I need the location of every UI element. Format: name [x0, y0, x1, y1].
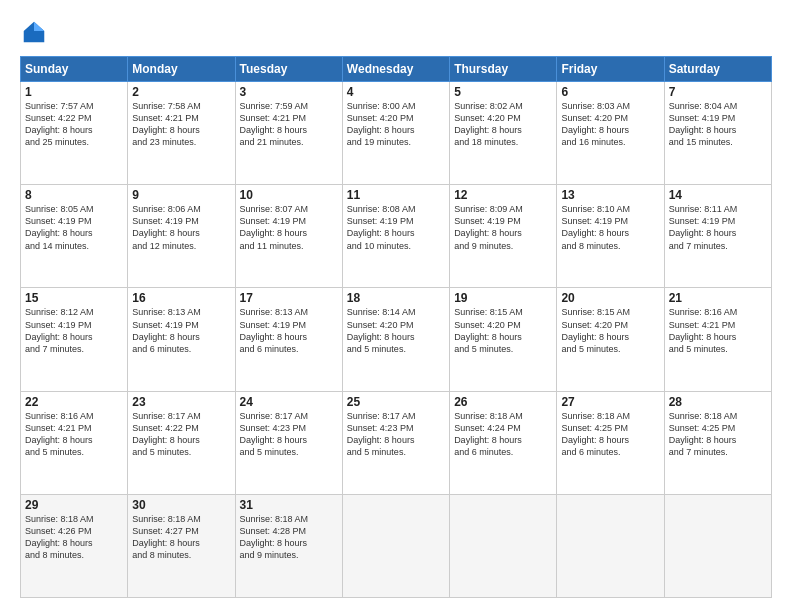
day-info: Sunrise: 8:16 AMSunset: 4:21 PMDaylight:…	[25, 410, 123, 459]
calendar-cell: 19Sunrise: 8:15 AMSunset: 4:20 PMDayligh…	[450, 288, 557, 391]
day-info: Sunrise: 8:17 AMSunset: 4:23 PMDaylight:…	[240, 410, 338, 459]
day-number: 8	[25, 188, 123, 202]
day-info: Sunrise: 8:02 AMSunset: 4:20 PMDaylight:…	[454, 100, 552, 149]
calendar-week-3: 15Sunrise: 8:12 AMSunset: 4:19 PMDayligh…	[21, 288, 772, 391]
day-number: 5	[454, 85, 552, 99]
day-number: 28	[669, 395, 767, 409]
calendar-header-wednesday: Wednesday	[342, 57, 449, 82]
day-number: 3	[240, 85, 338, 99]
day-number: 18	[347, 291, 445, 305]
calendar-cell: 27Sunrise: 8:18 AMSunset: 4:25 PMDayligh…	[557, 391, 664, 494]
calendar-cell: 15Sunrise: 8:12 AMSunset: 4:19 PMDayligh…	[21, 288, 128, 391]
day-info: Sunrise: 8:14 AMSunset: 4:20 PMDaylight:…	[347, 306, 445, 355]
day-number: 21	[669, 291, 767, 305]
day-number: 29	[25, 498, 123, 512]
calendar-cell: 16Sunrise: 8:13 AMSunset: 4:19 PMDayligh…	[128, 288, 235, 391]
calendar-cell: 30Sunrise: 8:18 AMSunset: 4:27 PMDayligh…	[128, 494, 235, 597]
day-number: 12	[454, 188, 552, 202]
header	[20, 18, 772, 46]
day-info: Sunrise: 8:11 AMSunset: 4:19 PMDaylight:…	[669, 203, 767, 252]
calendar-cell	[450, 494, 557, 597]
calendar-header-row: SundayMondayTuesdayWednesdayThursdayFrid…	[21, 57, 772, 82]
day-info: Sunrise: 8:03 AMSunset: 4:20 PMDaylight:…	[561, 100, 659, 149]
day-info: Sunrise: 8:18 AMSunset: 4:28 PMDaylight:…	[240, 513, 338, 562]
day-number: 31	[240, 498, 338, 512]
day-info: Sunrise: 8:18 AMSunset: 4:27 PMDaylight:…	[132, 513, 230, 562]
calendar-cell: 2Sunrise: 7:58 AMSunset: 4:21 PMDaylight…	[128, 82, 235, 185]
day-number: 26	[454, 395, 552, 409]
calendar-cell: 11Sunrise: 8:08 AMSunset: 4:19 PMDayligh…	[342, 185, 449, 288]
day-info: Sunrise: 7:57 AMSunset: 4:22 PMDaylight:…	[25, 100, 123, 149]
calendar-cell: 12Sunrise: 8:09 AMSunset: 4:19 PMDayligh…	[450, 185, 557, 288]
calendar-week-5: 29Sunrise: 8:18 AMSunset: 4:26 PMDayligh…	[21, 494, 772, 597]
day-info: Sunrise: 8:18 AMSunset: 4:26 PMDaylight:…	[25, 513, 123, 562]
day-info: Sunrise: 7:59 AMSunset: 4:21 PMDaylight:…	[240, 100, 338, 149]
day-info: Sunrise: 8:18 AMSunset: 4:25 PMDaylight:…	[669, 410, 767, 459]
day-number: 16	[132, 291, 230, 305]
calendar-cell	[664, 494, 771, 597]
calendar-cell: 3Sunrise: 7:59 AMSunset: 4:21 PMDaylight…	[235, 82, 342, 185]
day-number: 19	[454, 291, 552, 305]
calendar-header-tuesday: Tuesday	[235, 57, 342, 82]
calendar-cell: 25Sunrise: 8:17 AMSunset: 4:23 PMDayligh…	[342, 391, 449, 494]
day-info: Sunrise: 8:18 AMSunset: 4:25 PMDaylight:…	[561, 410, 659, 459]
day-number: 7	[669, 85, 767, 99]
day-number: 11	[347, 188, 445, 202]
calendar-cell: 9Sunrise: 8:06 AMSunset: 4:19 PMDaylight…	[128, 185, 235, 288]
day-number: 15	[25, 291, 123, 305]
calendar-header-monday: Monday	[128, 57, 235, 82]
calendar-cell: 7Sunrise: 8:04 AMSunset: 4:19 PMDaylight…	[664, 82, 771, 185]
calendar-cell: 5Sunrise: 8:02 AMSunset: 4:20 PMDaylight…	[450, 82, 557, 185]
day-number: 6	[561, 85, 659, 99]
day-number: 22	[25, 395, 123, 409]
calendar-cell: 1Sunrise: 7:57 AMSunset: 4:22 PMDaylight…	[21, 82, 128, 185]
calendar-header-thursday: Thursday	[450, 57, 557, 82]
calendar-cell: 4Sunrise: 8:00 AMSunset: 4:20 PMDaylight…	[342, 82, 449, 185]
day-info: Sunrise: 8:07 AMSunset: 4:19 PMDaylight:…	[240, 203, 338, 252]
day-info: Sunrise: 8:13 AMSunset: 4:19 PMDaylight:…	[240, 306, 338, 355]
calendar-cell: 17Sunrise: 8:13 AMSunset: 4:19 PMDayligh…	[235, 288, 342, 391]
day-info: Sunrise: 8:15 AMSunset: 4:20 PMDaylight:…	[454, 306, 552, 355]
day-number: 2	[132, 85, 230, 99]
day-info: Sunrise: 8:10 AMSunset: 4:19 PMDaylight:…	[561, 203, 659, 252]
calendar-cell: 23Sunrise: 8:17 AMSunset: 4:22 PMDayligh…	[128, 391, 235, 494]
calendar-cell: 14Sunrise: 8:11 AMSunset: 4:19 PMDayligh…	[664, 185, 771, 288]
calendar-table: SundayMondayTuesdayWednesdayThursdayFrid…	[20, 56, 772, 598]
day-number: 20	[561, 291, 659, 305]
calendar-cell: 10Sunrise: 8:07 AMSunset: 4:19 PMDayligh…	[235, 185, 342, 288]
calendar-header-friday: Friday	[557, 57, 664, 82]
calendar-cell: 8Sunrise: 8:05 AMSunset: 4:19 PMDaylight…	[21, 185, 128, 288]
calendar-cell: 22Sunrise: 8:16 AMSunset: 4:21 PMDayligh…	[21, 391, 128, 494]
day-info: Sunrise: 8:16 AMSunset: 4:21 PMDaylight:…	[669, 306, 767, 355]
calendar-week-4: 22Sunrise: 8:16 AMSunset: 4:21 PMDayligh…	[21, 391, 772, 494]
calendar-cell: 13Sunrise: 8:10 AMSunset: 4:19 PMDayligh…	[557, 185, 664, 288]
day-number: 9	[132, 188, 230, 202]
day-number: 30	[132, 498, 230, 512]
day-info: Sunrise: 8:05 AMSunset: 4:19 PMDaylight:…	[25, 203, 123, 252]
calendar-cell: 18Sunrise: 8:14 AMSunset: 4:20 PMDayligh…	[342, 288, 449, 391]
calendar-header-sunday: Sunday	[21, 57, 128, 82]
day-info: Sunrise: 8:13 AMSunset: 4:19 PMDaylight:…	[132, 306, 230, 355]
day-info: Sunrise: 8:15 AMSunset: 4:20 PMDaylight:…	[561, 306, 659, 355]
day-number: 13	[561, 188, 659, 202]
calendar-cell	[342, 494, 449, 597]
calendar-cell: 21Sunrise: 8:16 AMSunset: 4:21 PMDayligh…	[664, 288, 771, 391]
day-info: Sunrise: 8:18 AMSunset: 4:24 PMDaylight:…	[454, 410, 552, 459]
calendar-cell: 31Sunrise: 8:18 AMSunset: 4:28 PMDayligh…	[235, 494, 342, 597]
day-number: 10	[240, 188, 338, 202]
day-number: 4	[347, 85, 445, 99]
day-number: 14	[669, 188, 767, 202]
page: SundayMondayTuesdayWednesdayThursdayFrid…	[0, 0, 792, 612]
calendar-cell: 29Sunrise: 8:18 AMSunset: 4:26 PMDayligh…	[21, 494, 128, 597]
day-info: Sunrise: 8:17 AMSunset: 4:22 PMDaylight:…	[132, 410, 230, 459]
day-info: Sunrise: 8:00 AMSunset: 4:20 PMDaylight:…	[347, 100, 445, 149]
calendar-cell: 26Sunrise: 8:18 AMSunset: 4:24 PMDayligh…	[450, 391, 557, 494]
logo	[20, 18, 52, 46]
calendar-week-1: 1Sunrise: 7:57 AMSunset: 4:22 PMDaylight…	[21, 82, 772, 185]
day-number: 25	[347, 395, 445, 409]
calendar-cell	[557, 494, 664, 597]
calendar-cell: 6Sunrise: 8:03 AMSunset: 4:20 PMDaylight…	[557, 82, 664, 185]
logo-icon	[20, 18, 48, 46]
calendar-header-saturday: Saturday	[664, 57, 771, 82]
calendar-cell: 24Sunrise: 8:17 AMSunset: 4:23 PMDayligh…	[235, 391, 342, 494]
